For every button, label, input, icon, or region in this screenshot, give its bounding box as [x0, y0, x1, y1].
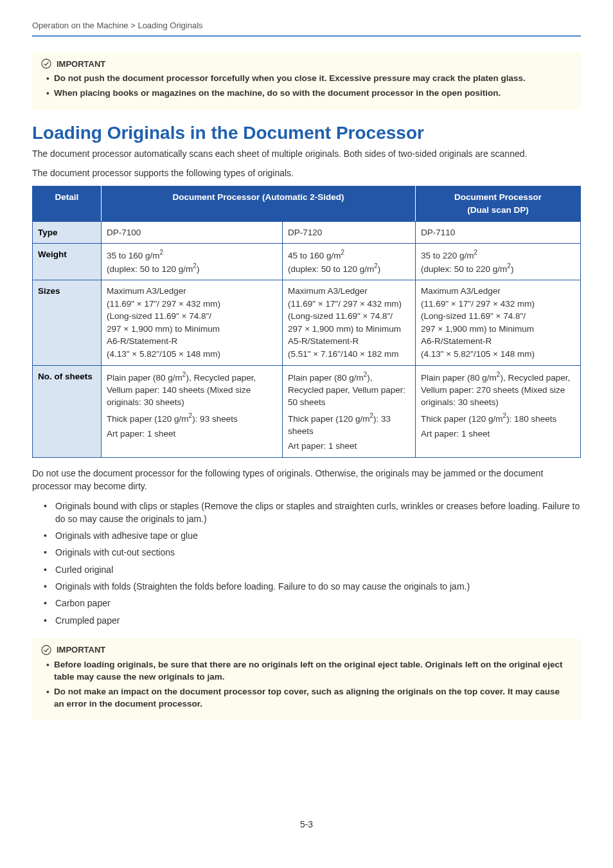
cell-type-3: DP-7110 [416, 221, 581, 244]
cell-weight-1: 35 to 160 g/m2 (duplex: 50 to 120 g/m2) [102, 244, 283, 280]
cell-type-1: DP-7100 [102, 221, 283, 244]
cell-sizes-1: Maximum A3/Ledger (11.69" × 17"/ 297 × 4… [102, 280, 283, 365]
cell-sheets-2: Plain paper (80 g/m2), Recycled paper, V… [282, 365, 415, 457]
warning-list: Originals bound with clips or staples (R… [32, 500, 581, 627]
list-item: Originals with cut-out sections [44, 546, 581, 559]
important-label: IMPORTANT [57, 645, 105, 655]
svg-point-0 [42, 59, 51, 68]
cell-sheets-1: Plain paper (80 g/m2), Recycled paper, V… [102, 365, 283, 457]
svg-point-1 [42, 646, 51, 655]
intro-paragraph: The document processor automatically sca… [32, 147, 581, 160]
intro-paragraph: The document processor supports the foll… [32, 167, 581, 179]
th-dualscan: Document Processor (Dual scan DP) [416, 186, 581, 221]
warning-intro: Do not use the document processor for th… [32, 467, 581, 493]
cell-sizes-3: Maximum A3/Ledger (11.69" × 17"/ 297 × 4… [416, 280, 581, 365]
cell-weight-2: 45 to 160 g/m2 (duplex: 50 to 120 g/m2) [282, 244, 415, 280]
checkmark-circle-icon [41, 59, 51, 69]
cell-sheets-3: Plain paper (80 g/m2), Recycled paper, V… [416, 365, 581, 457]
checkmark-circle-icon [41, 645, 51, 655]
list-item: Carbon paper [44, 597, 581, 610]
section-heading: Loading Originals in the Document Proces… [32, 123, 581, 143]
row-label-type: Type [33, 221, 102, 244]
important-item: Before loading originals, be sure that t… [46, 659, 572, 683]
list-item: Originals with adhesive tape or glue [44, 529, 581, 542]
row-label-sheets: No. of sheets [33, 365, 102, 457]
th-detail: Detail [33, 186, 102, 221]
important-callout-2: IMPORTANT Before loading originals, be s… [32, 638, 581, 721]
page-number: 5-3 [0, 819, 613, 829]
list-item: Crumpled paper [44, 614, 581, 627]
row-label-sizes: Sizes [33, 280, 102, 365]
list-item: Curled original [44, 563, 581, 576]
important-label: IMPORTANT [57, 59, 105, 69]
important-item: Do not make an impact on the document pr… [46, 686, 572, 710]
list-item: Originals with folds (Straighten the fol… [44, 580, 581, 593]
row-label-weight: Weight [33, 244, 102, 280]
cell-type-2: DP-7120 [282, 221, 415, 244]
cell-sizes-2: Maximum A3/Ledger (11.69" × 17"/ 297 × 4… [282, 280, 415, 365]
important-callout-1: IMPORTANT Do not push the document proce… [32, 52, 581, 110]
important-item: When placing books or magazines on the m… [46, 87, 572, 100]
breadcrumb: Operation on the Machine > Loading Origi… [32, 21, 581, 37]
important-item: Do not push the document processor force… [46, 73, 572, 85]
specs-table: Detail Document Processor (Automatic 2-S… [32, 186, 581, 458]
th-auto2sided: Document Processor (Automatic 2-Sided) [102, 186, 416, 221]
cell-weight-3: 35 to 220 g/m2 (duplex: 50 to 220 g/m2) [416, 244, 581, 280]
list-item: Originals bound with clips or staples (R… [44, 500, 581, 526]
